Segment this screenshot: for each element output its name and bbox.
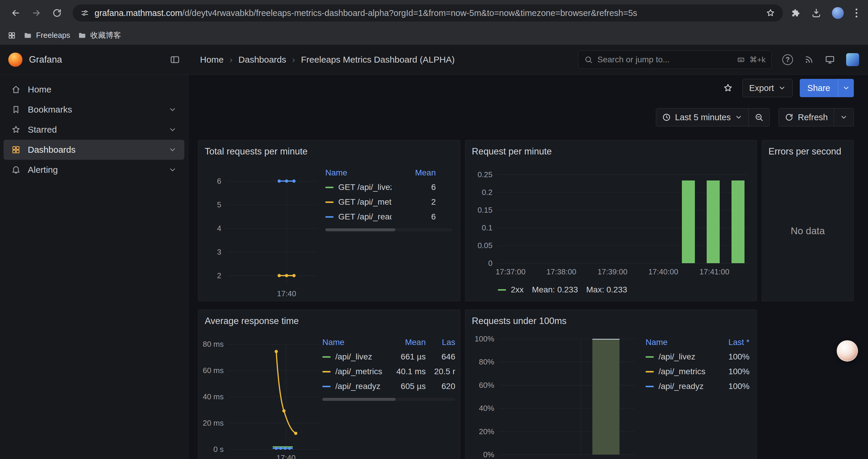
breadcrumb-separator: ›: [292, 55, 295, 65]
panel-title[interactable]: Average response time: [198, 310, 460, 326]
sidebar-item-home[interactable]: Home: [4, 79, 184, 100]
legend-table: Name Mean GET /api/_livez 6 GET /api/_me…: [325, 166, 452, 231]
floating-assistant-avatar[interactable]: [837, 340, 858, 362]
panel-title[interactable]: Total requests per minute: [198, 140, 460, 157]
percent-under-100ms-chart: 100% 80% 60% 40% 20% 0% 17:40: [499, 339, 635, 455]
bar-percent: [592, 339, 620, 455]
chevron-down-icon[interactable]: [168, 126, 177, 134]
legend-row: /api/_readyz 605 µs 620: [322, 379, 455, 394]
chevron-down-icon[interactable]: [168, 166, 177, 174]
y-tick: 80%: [479, 357, 494, 366]
y-tick: 0.2: [482, 188, 493, 197]
sidebar-item-label: Dashboards: [28, 145, 75, 155]
forward-icon[interactable]: [28, 5, 44, 21]
browser-menu-icon[interactable]: [855, 7, 859, 19]
series-mean: 605 µs: [384, 382, 426, 391]
side-panel-grid-icon[interactable]: [8, 31, 16, 40]
panel-title[interactable]: Requests under 100ms: [465, 310, 756, 326]
breadcrumb-home[interactable]: Home: [200, 55, 224, 65]
legend-header-name[interactable]: Name: [325, 168, 392, 177]
panel-title[interactable]: Errors per second: [762, 140, 854, 157]
series-name[interactable]: /api/_readyz: [335, 382, 384, 391]
bookmark-folder-freeleaps[interactable]: Freeleaps: [24, 31, 70, 40]
series-name[interactable]: GET /api/_livez: [338, 183, 392, 192]
series-max: Max: 0.233: [586, 285, 627, 294]
share-split-button: Share: [800, 79, 854, 97]
y-tick: 20%: [479, 427, 494, 436]
refresh-interval-dropdown[interactable]: [834, 108, 854, 126]
series-name[interactable]: /api/_metrics: [335, 367, 384, 376]
chevron-down-icon: [842, 84, 850, 92]
bookmark-folder-blogs[interactable]: 收藏博客: [78, 30, 121, 40]
series-name[interactable]: GET /api/_readyz: [338, 212, 392, 222]
download-icon[interactable]: [811, 8, 821, 18]
y-tick: 40%: [479, 404, 494, 413]
sidebar-item-label: Alerting: [28, 165, 58, 175]
time-range-label: Last 5 minutes: [675, 112, 731, 122]
grafana-logo[interactable]: [8, 53, 23, 67]
chevron-down-icon[interactable]: [168, 105, 177, 114]
legend-row: /api/_metrics 40.1 ms 20.5 r: [322, 364, 455, 379]
series-swatch-yellow: [322, 371, 331, 372]
series-name[interactable]: /api/_livez: [335, 352, 384, 362]
sidebar-item-alerting[interactable]: Alerting: [4, 160, 184, 180]
back-icon[interactable]: [8, 5, 24, 21]
scrollbar-thumb[interactable]: [325, 228, 395, 231]
series-mean: Mean: 0.233: [532, 285, 578, 294]
series-mean: 40.1 ms: [384, 367, 426, 376]
panel-title[interactable]: Request per minute: [465, 140, 756, 157]
legend-row: GET /api/_metrics 2: [325, 195, 452, 209]
y-tick: 5: [217, 200, 221, 209]
time-range-picker[interactable]: Last 5 minutes: [656, 108, 749, 126]
y-tick: 3: [217, 248, 221, 257]
bell-icon: [11, 165, 21, 174]
legend-header-name[interactable]: Name: [322, 338, 384, 347]
export-button[interactable]: Export: [742, 79, 793, 97]
scrollbar-thumb[interactable]: [322, 398, 396, 401]
bookmark-star-icon[interactable]: [766, 8, 775, 18]
help-icon[interactable]: ?: [782, 54, 793, 65]
share-button[interactable]: Share: [800, 79, 838, 97]
mega-menu-sidebar: Home Bookmarks Starred Dashboards Alerti…: [0, 75, 188, 459]
sidebar-item-dashboards[interactable]: Dashboards: [4, 140, 184, 160]
chevron-down-icon: [840, 113, 848, 121]
series-name[interactable]: /api/_metrics: [658, 367, 717, 376]
total-requests-chart: 6 5 4 3 2 17:40: [226, 176, 318, 285]
extensions-icon[interactable]: [790, 8, 801, 18]
news-rss-icon[interactable]: [804, 55, 814, 64]
series-name[interactable]: /api/_readyz: [658, 382, 717, 391]
line-series: [228, 344, 320, 449]
legend-header-mean[interactable]: Mean: [384, 338, 426, 347]
legend-header-last[interactable]: Last *: [717, 338, 749, 347]
address-bar[interactable]: grafana.mathmast.com/d/deytv4rwavabkb/fr…: [73, 4, 783, 22]
favorite-star-icon[interactable]: [720, 80, 735, 95]
monitor-icon[interactable]: [825, 55, 835, 65]
series-swatch-green: [646, 356, 654, 358]
browser-profile-avatar[interactable]: [832, 7, 844, 19]
no-data-message: No data: [762, 161, 854, 301]
series-swatch-yellow: [646, 371, 654, 372]
series-name[interactable]: 2xx: [511, 285, 524, 294]
sidebar-item-bookmarks[interactable]: Bookmarks: [4, 100, 184, 120]
bar-2xx: [682, 181, 695, 263]
series-name[interactable]: /api/_livez: [658, 352, 717, 362]
breadcrumb-dashboards[interactable]: Dashboards: [239, 55, 286, 65]
refresh-button[interactable]: Refresh: [778, 108, 834, 126]
series-name[interactable]: GET /api/_metrics: [338, 197, 392, 207]
sidebar-item-label: Bookmarks: [28, 104, 72, 114]
chevron-down-icon[interactable]: [168, 145, 177, 154]
share-dropdown-button[interactable]: [838, 79, 854, 97]
legend-header-mean[interactable]: Mean: [392, 168, 436, 177]
zoom-out-button[interactable]: [749, 108, 770, 126]
search-input[interactable]: [597, 55, 733, 64]
sidebar-item-starred[interactable]: Starred: [4, 120, 184, 140]
site-info-icon[interactable]: [80, 8, 89, 18]
folder-icon: [24, 31, 32, 40]
mega-menu-toggle-icon[interactable]: [170, 55, 180, 65]
legend-header-name[interactable]: Name: [646, 338, 717, 347]
legend-header-last[interactable]: Las: [426, 338, 455, 347]
bookmark-label: 收藏博客: [90, 30, 121, 40]
reload-icon[interactable]: [49, 5, 65, 21]
user-avatar[interactable]: [846, 53, 859, 66]
search-box[interactable]: ⌘+k: [578, 51, 772, 69]
